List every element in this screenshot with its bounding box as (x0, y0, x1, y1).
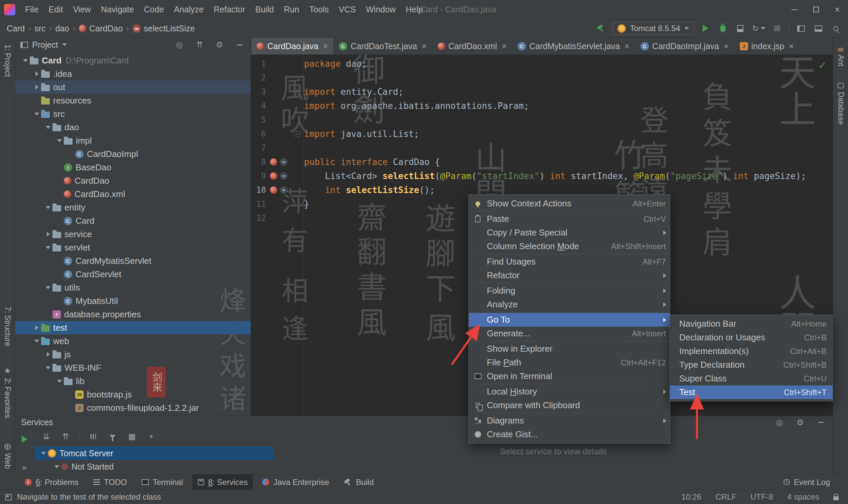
tree-item-cardservlet[interactable]: CCardServlet (15, 268, 251, 281)
chevron-right-icon[interactable] (44, 232, 52, 236)
toolwindow-button-6-problems[interactable]: !6: Problems (19, 474, 84, 490)
tree-item-idea[interactable]: .idea (15, 67, 251, 80)
toolwindow-stripe-button-2-favorites[interactable]: ★2: Favorites (0, 367, 15, 418)
chevron-right-icon[interactable] (32, 71, 41, 76)
menu-item-column-selection-mode[interactable]: Column Selection ModeAlt+Shift+Insert (469, 239, 670, 253)
debug-button[interactable] (717, 22, 729, 34)
project-panel-gear-button[interactable]: ⚙ (214, 39, 225, 51)
toolwindow-switcher-icon[interactable] (5, 494, 12, 500)
chevron-down-icon[interactable] (52, 465, 61, 468)
chevron-down-icon[interactable] (44, 246, 52, 249)
services-toolbar-expand-all-button[interactable]: ⇊ (40, 431, 52, 443)
chevron-down-icon[interactable] (55, 380, 64, 383)
impl-icon[interactable] (280, 186, 287, 194)
tree-item-basedao[interactable]: IBaseDao (15, 161, 251, 174)
more-actions-button[interactable]: » (22, 463, 27, 472)
menu-item-file-path[interactable]: File PathCtrl+Alt+F12 (469, 356, 670, 370)
menu-item-go-to[interactable]: Go To (469, 313, 670, 327)
tab-index-jsp[interactable]: Jindex.jsp× (735, 38, 799, 54)
tree-item-resources[interactable]: resources (15, 94, 251, 107)
toolwindow-stripe-button-ant[interactable]: Ant (833, 48, 848, 67)
menu-run[interactable]: Run (279, 0, 304, 19)
tree-item-lib[interactable]: lib (15, 374, 251, 388)
service-item-not-started[interactable]: Not Started (34, 460, 273, 473)
toolwindow-stripe-button-1-project[interactable]: 1: Project (0, 44, 15, 77)
tab-close-icon[interactable]: × (323, 41, 328, 51)
mybatis-icon[interactable] (270, 158, 277, 166)
chevron-down-icon[interactable] (44, 126, 52, 129)
menu-item-generate[interactable]: Generate...Alt+Insert (469, 327, 670, 340)
menu-item-folding[interactable]: Folding (469, 284, 670, 298)
project-panel-collapse-all-button[interactable]: ⇈ (194, 39, 205, 51)
menu-vcs[interactable]: VCS (334, 0, 361, 19)
tab-carddaotest-java[interactable]: CCardDaoTest.java× (333, 38, 432, 54)
project-panel-hide-button[interactable] (234, 39, 245, 51)
toolwindow-button-terminal[interactable]: Terminal (136, 474, 189, 490)
services-toolbar-collapse-all-button[interactable]: ⇈ (60, 431, 71, 443)
services-panel-locate-button[interactable]: ◎ (774, 416, 785, 429)
tree-item-service[interactable]: service (15, 228, 251, 241)
menu-refactor[interactable]: Refactor (209, 0, 250, 19)
chevron-down-icon[interactable] (44, 366, 52, 370)
mybatis-icon[interactable] (270, 172, 277, 180)
tab-close-icon[interactable]: × (422, 41, 427, 51)
menu-item-paste[interactable]: PasteCtrl+V (469, 212, 670, 226)
close-button[interactable]: × (827, 0, 848, 19)
chevron-down-icon[interactable] (55, 139, 64, 142)
chevron-down-icon[interactable] (32, 340, 41, 343)
toolwindow-button-event-log[interactable]: Event Log (778, 478, 835, 487)
tree-item-mybatisutil[interactable]: CMybatisUtil (15, 294, 251, 308)
menu-item-refactor[interactable]: Refactor (469, 269, 670, 282)
services-panel-hide-button[interactable] (815, 416, 827, 429)
breadcrumb-src[interactable]: src (34, 24, 46, 33)
chevron-down-icon[interactable] (32, 112, 41, 115)
tab-carddao-java[interactable]: CardDao.java× (251, 38, 333, 54)
tree-item-impl[interactable]: impl (15, 134, 251, 147)
breadcrumb-carddao[interactable]: CardDao (79, 24, 123, 33)
indent-widget[interactable]: 4 spaces (787, 492, 819, 502)
run-button[interactable] (700, 22, 711, 34)
menu-file[interactable]: File (20, 0, 43, 19)
menu-code[interactable]: Code (139, 0, 169, 19)
services-panel-gear-button[interactable]: ⚙ (795, 416, 806, 429)
services-toolbar-filter-button[interactable] (107, 431, 118, 443)
menu-item-compare-with-clipboard[interactable]: Compare with Clipboard (469, 398, 670, 412)
services-run-button[interactable] (19, 433, 30, 445)
tree-item-carddaoimpl[interactable]: CCardDaoImpl (15, 147, 251, 161)
menu-analyze[interactable]: Analyze (169, 0, 209, 19)
menu-item-type-declaration[interactable]: Type DeclarationCtrl+Shift+B (670, 358, 833, 372)
tree-item-test[interactable]: test (15, 321, 251, 334)
menu-item-show-context-actions[interactable]: Show Context ActionsAlt+Enter (469, 197, 670, 211)
toolwindow-button-todo[interactable]: TODO (88, 474, 132, 490)
tree-item-out[interactable]: out (15, 80, 251, 94)
breadcrumb-card[interactable]: Card (7, 24, 25, 33)
chevron-down-icon[interactable] (44, 286, 52, 289)
tab-close-icon[interactable]: × (624, 41, 630, 51)
project-panel-locate-button[interactable]: ◎ (174, 39, 185, 51)
tab-close-icon[interactable]: × (502, 41, 507, 51)
tree-item-src[interactable]: src (15, 107, 251, 121)
run-configuration-select[interactable]: Tomcat 8.5.54 (613, 22, 694, 35)
menu-item-diagrams[interactable]: Diagrams (469, 414, 670, 428)
toolwindow-button-java-enterprise[interactable]: Java Enterprise (257, 474, 334, 490)
tree-item-card[interactable]: CardD:\Program\Card (15, 54, 251, 67)
services-toolbar-group-button[interactable] (88, 431, 99, 443)
tree-item-servlet[interactable]: servlet (15, 241, 251, 254)
menu-item-copy-paste-special[interactable]: Copy / Paste Special (469, 226, 670, 239)
services-toolbar-layout-button[interactable]: ▦ (126, 431, 138, 443)
impl-icon[interactable] (280, 172, 287, 180)
chevron-right-icon[interactable] (32, 325, 41, 330)
impl-icon[interactable] (280, 158, 287, 166)
menu-item-open-in-terminal[interactable]: Open in Terminal (469, 370, 670, 383)
minimize-button[interactable] (784, 0, 805, 19)
menu-item-show-in-explorer[interactable]: Show in Explorer (469, 342, 670, 356)
tree-item-web-inf[interactable]: WEB-INF (15, 361, 251, 374)
menu-item-create-gist[interactable]: Create Gist... (469, 428, 670, 441)
menu-navigate[interactable]: Navigate (96, 0, 139, 19)
search-everywhere-button[interactable] (830, 22, 841, 34)
breadcrumb-selectlistsize[interactable]: mselectListSize (132, 24, 195, 33)
tree-item-utils[interactable]: utils (15, 281, 251, 294)
menu-tools[interactable]: Tools (304, 0, 333, 19)
encoding-widget[interactable]: UTF-8 (750, 492, 773, 502)
build-project-button[interactable] (595, 22, 606, 34)
